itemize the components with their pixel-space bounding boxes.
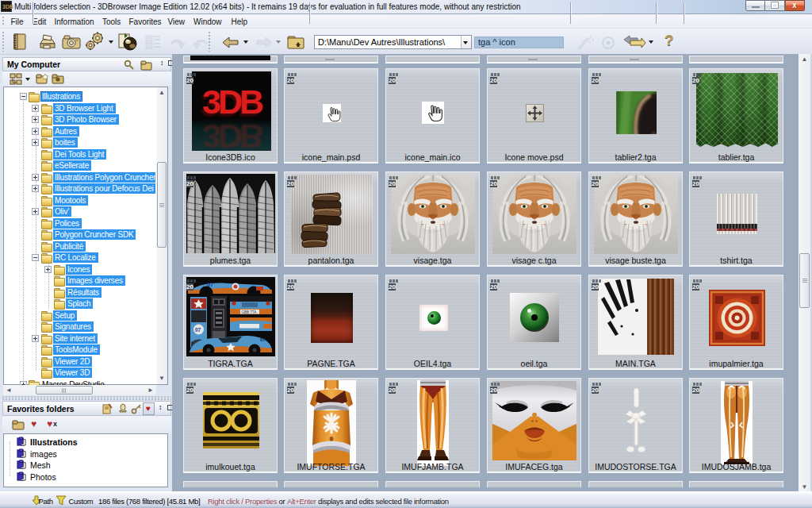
svg-text:07: 07 bbox=[207, 282, 213, 287]
svg-text:GBB 7TA: GBB 7TA bbox=[242, 310, 257, 314]
svg-text:07: 07 bbox=[260, 337, 266, 342]
svg-text:07: 07 bbox=[195, 327, 201, 333]
